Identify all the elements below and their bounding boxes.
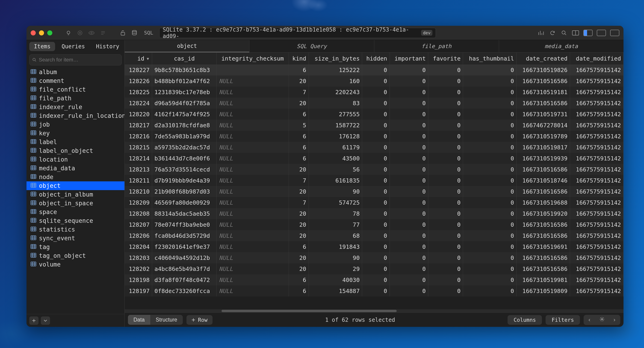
cell-kind[interactable]: 6 xyxy=(288,241,309,252)
cell-hidden[interactable]: 0 xyxy=(362,87,390,98)
cell-integrity_checksum[interactable]: NULL xyxy=(217,230,288,241)
cell-hidden[interactable]: 0 xyxy=(362,197,390,208)
table-row[interactable]: 1282167de55a983b1a979dNULL61761280000166… xyxy=(125,131,624,142)
cell-favorite[interactable]: 0 xyxy=(428,87,463,98)
cell-kind[interactable]: 6 xyxy=(288,64,309,75)
cell-hidden[interactable]: 0 xyxy=(362,252,390,263)
sidebar-item-media_data[interactable]: media_data xyxy=(26,164,124,173)
cell-important[interactable]: 0 xyxy=(390,263,428,274)
cell-hidden[interactable]: 0 xyxy=(362,64,390,75)
cell-favorite[interactable]: 0 xyxy=(428,197,463,208)
cell-cas_id[interactable]: 7de55a983b1a979d xyxy=(152,131,217,142)
cell-date_modified[interactable]: 1667575915142 xyxy=(570,230,624,241)
cell-date_created[interactable]: 1667310516586 xyxy=(516,252,570,263)
sidebar-item-statistics[interactable]: statistics xyxy=(26,225,124,234)
cell-size_in_bytes[interactable]: 176128 xyxy=(309,131,362,142)
cell-integrity_checksum[interactable]: NULL xyxy=(217,175,288,186)
bottom-panel-toggle[interactable] xyxy=(597,30,606,36)
top-tab[interactable]: SQL Query xyxy=(250,40,374,52)
table-row[interactable]: 128202a4bc86e5b49a3f7dNULL20290000166731… xyxy=(125,263,624,274)
cell-important[interactable]: 0 xyxy=(390,252,428,263)
cell-has_thumbnail[interactable]: 0 xyxy=(463,186,516,197)
table-row[interactable]: 12821021b908f68b987d03NULL20900000166731… xyxy=(125,186,624,197)
cell-kind[interactable]: 20 xyxy=(288,252,309,263)
cell-important[interactable]: 0 xyxy=(390,153,428,164)
cell-has_thumbnail[interactable]: 0 xyxy=(463,153,516,164)
cell-favorite[interactable]: 0 xyxy=(428,274,463,285)
cell-cas_id[interactable]: 9b8c578b3651c8b3 xyxy=(152,64,217,75)
cell-cas_id[interactable]: 1231839bc17e78eb xyxy=(152,87,217,98)
cell-kind[interactable]: 20 xyxy=(288,164,309,175)
table-row[interactable]: 1281970f8dec733260fccaNULL61548870000166… xyxy=(125,285,624,296)
cell-date_modified[interactable]: 1667575915142 xyxy=(570,263,624,274)
sidebar-item-volume[interactable]: volume xyxy=(26,260,124,269)
lock-icon[interactable] xyxy=(119,29,126,37)
cell-kind[interactable]: 20 xyxy=(288,263,309,274)
table-row[interactable]: 128217d2a310178cfdfae8NULL51587722000016… xyxy=(125,120,624,131)
two-column-icon[interactable] xyxy=(572,29,579,37)
columns-button[interactable]: Columns xyxy=(508,315,542,325)
cell-important[interactable]: 0 xyxy=(390,120,428,131)
cell-hidden[interactable]: 0 xyxy=(362,285,390,296)
sidebar-item-tag[interactable]: tag xyxy=(26,243,124,251)
cell-favorite[interactable]: 0 xyxy=(428,131,463,142)
cell-favorite[interactable]: 0 xyxy=(428,285,463,296)
close-window-button[interactable] xyxy=(31,30,36,35)
cell-kind[interactable]: 6 xyxy=(288,142,309,153)
cell-cas_id[interactable]: f230201641ef9e37 xyxy=(152,241,217,252)
cell-size_in_bytes[interactable]: 43500 xyxy=(309,153,362,164)
cell-hidden[interactable]: 0 xyxy=(362,142,390,153)
cell-favorite[interactable]: 0 xyxy=(428,241,463,252)
cell-size_in_bytes[interactable]: 90 xyxy=(309,252,362,263)
cell-id[interactable]: 128213 xyxy=(125,164,152,175)
cell-favorite[interactable]: 0 xyxy=(428,109,463,120)
cell-important[interactable]: 0 xyxy=(390,219,428,230)
table-row[interactable]: 128214b361443d7c8e00f6NULL64350000001667… xyxy=(125,153,624,164)
data-table[interactable]: id▾cas_idintegrity_checksumkindsize_in_b… xyxy=(125,52,624,309)
cell-favorite[interactable]: 0 xyxy=(428,164,463,175)
cell-kind[interactable]: 7 xyxy=(288,197,309,208)
sidebar-item-file_conflict[interactable]: file_conflict xyxy=(26,85,124,94)
cell-important[interactable]: 0 xyxy=(390,109,428,120)
sidebar-item-location[interactable]: location xyxy=(26,155,124,164)
cell-has_thumbnail[interactable]: 0 xyxy=(463,98,516,109)
cell-favorite[interactable]: 0 xyxy=(428,208,463,219)
cell-favorite[interactable]: 0 xyxy=(428,252,463,263)
cell-size_in_bytes[interactable]: 191843 xyxy=(309,241,362,252)
table-row[interactable]: 1282204162f1475a74f925NULL62775550000166… xyxy=(125,109,624,120)
cell-size_in_bytes[interactable]: 2202243 xyxy=(309,87,362,98)
cell-has_thumbnail[interactable]: 0 xyxy=(463,263,516,274)
cell-has_thumbnail[interactable]: 0 xyxy=(463,197,516,208)
column-header-important[interactable]: important xyxy=(390,52,428,64)
filters-button[interactable]: Filters xyxy=(546,315,580,325)
cell-has_thumbnail[interactable]: 0 xyxy=(463,131,516,142)
cell-important[interactable]: 0 xyxy=(390,175,428,186)
cell-date_modified[interactable]: 1667575915142 xyxy=(570,186,624,197)
cell-date_created[interactable]: 1667310516586 xyxy=(516,98,570,109)
column-header-favorite[interactable]: favorite xyxy=(428,52,463,64)
cell-kind[interactable]: 6 xyxy=(288,285,309,296)
cell-hidden[interactable]: 0 xyxy=(362,263,390,274)
cell-favorite[interactable]: 0 xyxy=(428,186,463,197)
cell-favorite[interactable]: 0 xyxy=(428,64,463,75)
cell-cas_id[interactable]: fca0bd46d3d5729d xyxy=(152,230,217,241)
cell-kind[interactable]: 20 xyxy=(288,186,309,197)
cell-has_thumbnail[interactable]: 0 xyxy=(463,252,516,263)
cell-size_in_bytes[interactable]: 61179 xyxy=(309,142,362,153)
cell-id[interactable]: 128214 xyxy=(125,153,152,164)
table-row[interactable]: 128204f230201641ef9e37NULL61918430000166… xyxy=(125,241,624,252)
zoom-window-button[interactable] xyxy=(47,30,52,35)
cell-date_modified[interactable]: 1667575915142 xyxy=(570,87,624,98)
table-row[interactable]: 128215a59735b2d2dac57dNULL66117900001667… xyxy=(125,142,624,153)
column-header-integrity_checksum[interactable]: integrity_checksum xyxy=(217,52,288,64)
cell-important[interactable]: 0 xyxy=(390,87,428,98)
cell-id[interactable]: 128225 xyxy=(125,87,152,98)
cell-date_modified[interactable]: 1667575915142 xyxy=(570,131,624,142)
path-field[interactable]: SQLite 3.37.2 : ec9e7c37-b753-4e1a-ad09-… xyxy=(159,28,436,38)
cell-integrity_checksum[interactable]: NULL xyxy=(217,109,288,120)
cell-important[interactable]: 0 xyxy=(390,186,428,197)
cell-kind[interactable]: 6 xyxy=(288,153,309,164)
cell-favorite[interactable]: 0 xyxy=(428,120,463,131)
cell-integrity_checksum[interactable]: NULL xyxy=(217,153,288,164)
sidebar-search[interactable] xyxy=(29,54,122,65)
